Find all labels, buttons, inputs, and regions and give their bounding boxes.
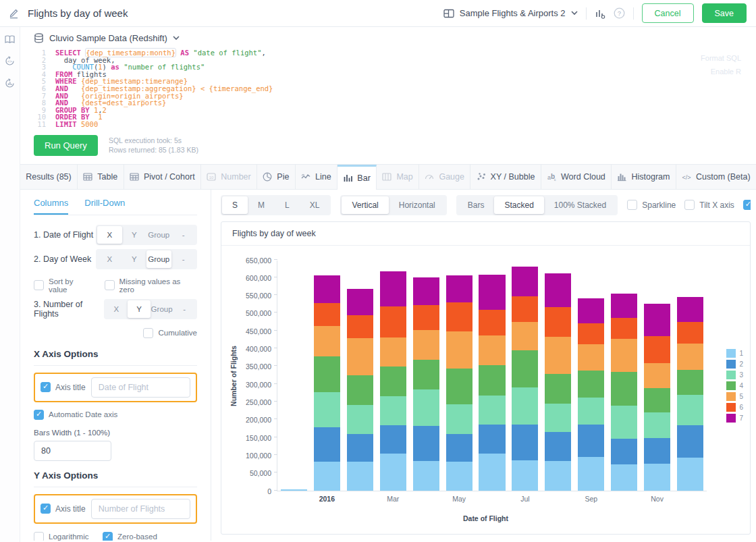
legend-item-2[interactable]: 2 [726,360,743,369]
segment-option-m[interactable]: M [248,196,275,214]
bars-width-input[interactable] [34,441,111,461]
segment-option-x[interactable]: X [97,226,122,244]
checkbox-checked[interactable] [40,382,51,392]
checkbox-label: Missing values as zero [119,277,197,294]
tab-line[interactable]: Line [296,165,338,189]
segment-option-100-stacked[interactable]: 100% Stacked [544,196,616,214]
tab-gauge[interactable]: Gauge [419,165,470,189]
tab-histogram[interactable]: Histogram [612,165,676,189]
panel-tab-columns[interactable]: Columns [34,198,68,215]
segment-option-y[interactable]: Y [122,250,147,268]
bar-slot [641,261,674,491]
segment-option-group[interactable]: Group [146,250,171,268]
y-tick-mark [274,401,277,402]
tab-word-cloud[interactable]: abcWord Cloud [541,165,612,189]
segment-option--[interactable]: - [171,226,196,244]
y-tick-label: 50,000 [250,469,271,477]
format-sql-link[interactable]: Format SQL [701,51,741,65]
segment-option-x[interactable]: X [97,250,122,268]
automatic-date-axis-checkbox[interactable]: Automatic Date axis [34,410,117,420]
bar-segment-series-1 [545,461,571,491]
checkbox-cumulative[interactable]: Cumulative [143,328,197,338]
save-button[interactable]: Save [702,3,747,23]
tab-number[interactable]: 10Number [201,165,257,189]
segment-option-l[interactable]: L [275,196,300,214]
legend-item-7[interactable]: 7 [726,414,743,423]
legend-item-6[interactable]: 6 [726,403,743,412]
segment-option-x[interactable]: X [105,300,128,318]
enable-r-link[interactable]: Enable R [701,65,741,78]
checkbox-checked[interactable] [103,532,113,541]
bar-segment-series-4 [611,372,637,405]
segment-option-group[interactable]: Group [151,300,173,318]
chart-history-icon[interactable] [5,78,15,88]
checkbox-tilt-x-axis[interactable]: Tilt X axis [684,200,734,210]
checkbox-unchecked[interactable] [627,200,637,210]
segment-option-bars[interactable]: Bars [458,196,495,214]
checkbox-legend[interactable]: Legend [743,200,751,210]
segment-option-s[interactable]: S [222,196,248,214]
segment-option--[interactable]: - [173,300,196,318]
datasource-selector[interactable]: Cluvio Sample Data (Redshift) [20,27,756,46]
segment-option-xl[interactable]: XL [300,196,330,214]
checkbox-unchecked[interactable] [34,280,44,290]
tab-label: Word Cloud [561,172,605,182]
segment-option-vertical[interactable]: Vertical [342,196,388,214]
y-axis-title-checkbox[interactable]: Axis title [40,504,86,514]
tab-bar[interactable]: Bar [338,165,377,190]
legend-item-5[interactable]: 5 [726,392,743,401]
segment-option--[interactable]: - [171,250,196,268]
checkbox-unchecked[interactable] [34,532,44,541]
x-axis-title-checkbox[interactable]: Axis title [40,382,86,392]
tab-xy-bubble[interactable]: XY / Bubble [470,165,541,189]
dashboard-selector[interactable]: Sample Flights & Airports 2 [443,8,578,18]
tab-pivot-cohort[interactable]: Pivot / Cohort [124,165,201,189]
cancel-button[interactable]: Cancel [642,3,694,23]
segment-option-y[interactable]: Y [122,226,147,244]
bar-segment-series-6 [446,302,473,332]
tab-label: Pivot / Cohort [144,172,195,182]
sql-line: 1SELECT {dep_timestamp:month} AS "date o… [30,49,742,57]
segment-option-stacked[interactable]: Stacked [494,196,543,214]
bar-segment-series-7 [677,297,703,322]
run-query-button[interactable]: Run Query [34,135,98,156]
y-axis-title-input[interactable] [91,499,190,519]
docs-book-icon[interactable] [5,35,15,44]
segment-option-group[interactable]: Group [146,226,171,244]
sql-code-area[interactable]: 1SELECT {dep_timestamp:month} AS "date o… [20,46,756,128]
tab-results-85-[interactable]: Results (85) [20,165,78,189]
checkbox-unchecked[interactable] [143,328,153,338]
tab-pie[interactable]: Pie [257,165,296,189]
sql-code: 1SELECT {dep_timestamp:month} AS "date o… [30,49,742,128]
checkbox-logarithmic[interactable]: Logarithmic [34,532,92,541]
tab-label: Table [97,172,117,182]
checkbox-checked[interactable] [40,504,51,514]
query-history-icon[interactable]: <> [5,56,15,66]
edit-title-icon[interactable] [8,7,20,19]
segment-option-horizontal[interactable]: Horizontal [389,196,446,214]
checkbox-checked[interactable] [743,200,751,210]
tab-table[interactable]: Table [78,165,124,189]
bar-segment-series-6 [611,318,637,339]
divider [586,7,587,20]
tab-map[interactable]: Map [377,165,419,189]
panel-tabs: ColumnsDrill-Down [34,198,197,215]
checkbox-unchecked[interactable] [105,280,115,290]
panel-tab-drill-down[interactable]: Drill-Down [84,198,125,215]
checkbox-sparkline[interactable]: Sparkline [627,200,676,210]
segment-option-y[interactable]: Y [128,300,151,318]
legend-item-1[interactable]: 1 [726,349,743,358]
checkbox-missing-values-as-zero[interactable]: Missing values as zero [105,277,197,294]
x-axis-title-input[interactable] [91,377,190,398]
legend-item-3[interactable]: 3 [726,371,743,379]
tab-custom-beta-[interactable]: </>Custom (Beta) [676,165,756,189]
legend-item-4[interactable]: 4 [726,381,743,390]
checkbox-sort-by-value[interactable]: Sort by value [34,277,94,294]
chart-settings-icon[interactable] [595,8,605,19]
help-icon[interactable]: ? [614,7,625,19]
checkbox-label: Sort by value [49,277,94,294]
checkbox-unchecked[interactable] [684,200,695,210]
checkbox-zero-based[interactable]: Zero-based [103,532,161,541]
checkbox-checked[interactable] [34,410,44,420]
legend-label: 7 [739,414,743,422]
